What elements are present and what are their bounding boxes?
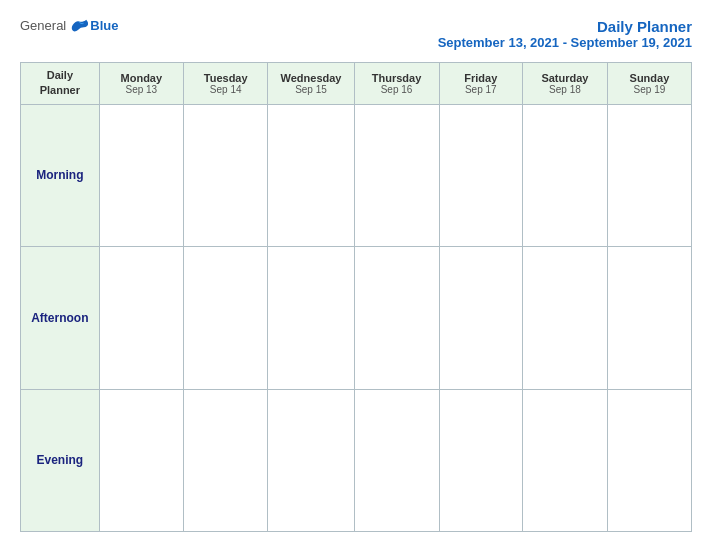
col-header-day-5: Friday — [443, 72, 519, 84]
col-header-day-7: Sunday — [611, 72, 688, 84]
logo-area: General Blue — [20, 18, 118, 33]
cell-evening-sun[interactable] — [607, 389, 691, 531]
table-row-morning: Morning — [21, 104, 692, 246]
col-header-day-6: Saturday — [526, 72, 604, 84]
calendar-table: DailyPlanner Monday Sep 13 Tuesday Sep 1… — [20, 62, 692, 532]
col-header-date-4: Sep 16 — [358, 84, 436, 95]
logo-text: General Blue — [20, 18, 118, 33]
cell-morning-sat[interactable] — [523, 104, 608, 246]
col-header-date-1: Sep 13 — [103, 84, 180, 95]
row-label-evening: Evening — [21, 389, 100, 531]
cell-morning-wed[interactable] — [268, 104, 354, 246]
col-header-3: Wednesday Sep 15 — [268, 63, 354, 105]
cell-evening-sat[interactable] — [523, 389, 608, 531]
cell-evening-fri[interactable] — [439, 389, 522, 531]
col-header-2: Tuesday Sep 14 — [183, 63, 267, 105]
cell-evening-thu[interactable] — [354, 389, 439, 531]
cell-evening-mon[interactable] — [99, 389, 183, 531]
cell-morning-mon[interactable] — [99, 104, 183, 246]
cell-evening-wed[interactable] — [268, 389, 354, 531]
col-header-0: DailyPlanner — [21, 63, 100, 105]
logo-bird-icon — [70, 19, 88, 33]
title-area: Daily Planner September 13, 2021 - Septe… — [438, 18, 692, 50]
col-header-1: Monday Sep 13 — [99, 63, 183, 105]
planner-title: Daily Planner — [438, 18, 692, 35]
header: General Blue Daily Planner September 13,… — [20, 18, 692, 50]
cell-afternoon-tue[interactable] — [183, 247, 267, 389]
cell-morning-thu[interactable] — [354, 104, 439, 246]
cell-morning-sun[interactable] — [607, 104, 691, 246]
logo-blue-text: Blue — [90, 18, 118, 33]
table-row-afternoon: Afternoon — [21, 247, 692, 389]
col-header-4: Thursday Sep 16 — [354, 63, 439, 105]
cell-afternoon-wed[interactable] — [268, 247, 354, 389]
planner-date-range: September 13, 2021 - September 19, 2021 — [438, 35, 692, 50]
cell-afternoon-sun[interactable] — [607, 247, 691, 389]
col-header-date-3: Sep 15 — [271, 84, 350, 95]
page: General Blue Daily Planner September 13,… — [0, 0, 712, 550]
col-header-day-2: Tuesday — [187, 72, 264, 84]
cell-afternoon-fri[interactable] — [439, 247, 522, 389]
cell-evening-tue[interactable] — [183, 389, 267, 531]
col-header-day-4: Thursday — [358, 72, 436, 84]
row-label-afternoon: Afternoon — [21, 247, 100, 389]
col-header-date-5: Sep 17 — [443, 84, 519, 95]
col-header-day-1: Monday — [103, 72, 180, 84]
col-header-date-2: Sep 14 — [187, 84, 264, 95]
col-header-label-0: DailyPlanner — [24, 68, 96, 99]
cell-morning-tue[interactable] — [183, 104, 267, 246]
cell-afternoon-thu[interactable] — [354, 247, 439, 389]
col-header-5: Friday Sep 17 — [439, 63, 522, 105]
cell-afternoon-mon[interactable] — [99, 247, 183, 389]
col-header-date-6: Sep 18 — [526, 84, 604, 95]
col-header-date-7: Sep 19 — [611, 84, 688, 95]
col-header-7: Sunday Sep 19 — [607, 63, 691, 105]
table-row-evening: Evening — [21, 389, 692, 531]
col-header-day-3: Wednesday — [271, 72, 350, 84]
cell-morning-fri[interactable] — [439, 104, 522, 246]
header-row: DailyPlanner Monday Sep 13 Tuesday Sep 1… — [21, 63, 692, 105]
logo-general-text: General — [20, 18, 66, 33]
cell-afternoon-sat[interactable] — [523, 247, 608, 389]
row-label-morning: Morning — [21, 104, 100, 246]
col-header-6: Saturday Sep 18 — [523, 63, 608, 105]
